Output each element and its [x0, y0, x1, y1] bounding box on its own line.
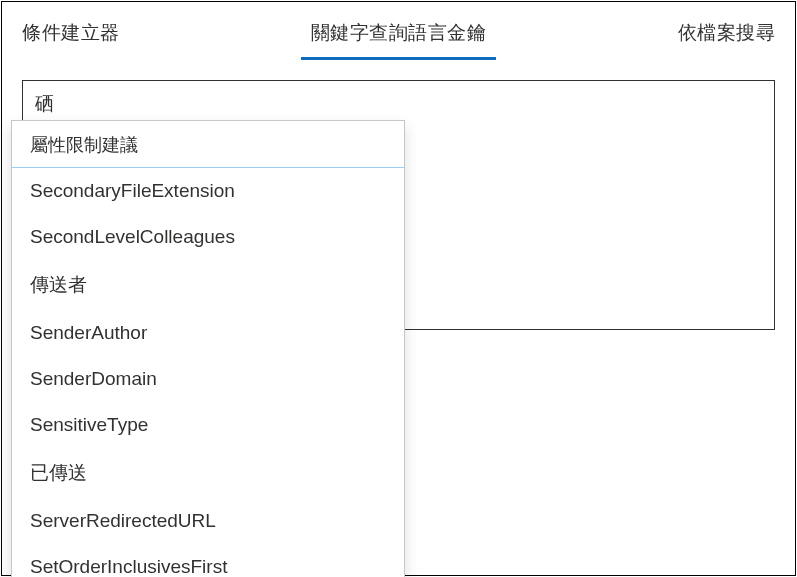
- suggestion-item[interactable]: SetOrderInclusivesFirst: [12, 544, 404, 577]
- suggestion-item[interactable]: SecondaryFileExtension: [12, 168, 404, 214]
- app-container: 條件建立器 關鍵字查詢語言金鑰 依檔案搜尋 屬性限制建議 SecondaryFi…: [1, 1, 796, 576]
- tab-kql-hint[interactable]: 關鍵字查詢語言金鑰: [301, 20, 497, 60]
- tab-search-by-file[interactable]: 依檔案搜尋: [668, 20, 786, 60]
- suggestions-list: SecondaryFileExtension SecondLevelCollea…: [12, 168, 404, 577]
- suggestion-item[interactable]: SecondLevelColleagues: [12, 214, 404, 260]
- suggestion-item[interactable]: 已傳送: [12, 448, 404, 498]
- tab-condition-builder[interactable]: 條件建立器: [12, 20, 130, 60]
- suggestion-item[interactable]: SenderAuthor: [12, 310, 404, 356]
- suggestion-item[interactable]: SensitiveType: [12, 402, 404, 448]
- suggestion-item[interactable]: ServerRedirectedURL: [12, 498, 404, 544]
- suggestions-header: 屬性限制建議: [12, 121, 404, 168]
- tab-bar: 條件建立器 關鍵字查詢語言金鑰 依檔案搜尋: [2, 2, 795, 60]
- suggestions-dropdown: 屬性限制建議 SecondaryFileExtension SecondLeve…: [11, 120, 405, 577]
- suggestion-item[interactable]: 傳送者: [12, 260, 404, 310]
- suggestion-item[interactable]: SenderDomain: [12, 356, 404, 402]
